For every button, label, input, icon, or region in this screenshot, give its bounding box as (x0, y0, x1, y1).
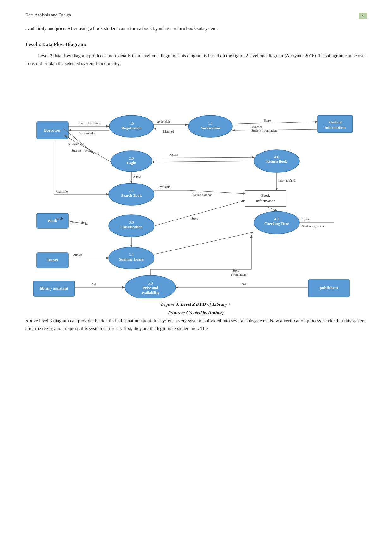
label-student-info: Student information (251, 129, 277, 132)
label-information: information (231, 273, 246, 276)
paragraph-3: Above level 3 diagram can provide the de… (25, 317, 367, 333)
rb-label1: 4.0 (274, 155, 279, 159)
student-info-label: Student (328, 120, 342, 124)
student-info-label2: information (324, 125, 346, 130)
label-classification: Classification (70, 220, 87, 224)
dfd-svg: Borrower Student information 1.0 Registr… (30, 77, 362, 298)
document-title: Data Analysis and Design (25, 13, 71, 18)
arrow-sl-ct (154, 232, 253, 254)
page-header: Data Analysis and Design 5 (25, 13, 367, 19)
label-matched: Matched (163, 130, 174, 133)
pa-label2: Price and (142, 286, 158, 290)
label-success-books: Success—books (71, 149, 92, 152)
arrow-bi-ct (266, 206, 277, 211)
label-1year: 1 year (302, 217, 310, 221)
label-available: Available (56, 190, 68, 193)
book-info-label1: Book (261, 193, 270, 198)
label-available2: Available (158, 185, 171, 189)
label-informa-valid: InformaValid (278, 179, 295, 182)
paragraph-2: Level 2 data flow diagram produces more … (25, 52, 367, 68)
arrow-verif-si (232, 122, 317, 124)
tutors-label: Tutors (46, 257, 58, 262)
ct-label2: Checking Time (264, 221, 289, 226)
reg-label2: Registration (121, 126, 142, 130)
sl-label1: 3.1 (129, 252, 134, 257)
label-set1: Set (92, 282, 96, 286)
arrow-rb-login (152, 161, 254, 162)
figure-caption-1: Figure 3: Level 2 DFD of Library + (25, 302, 367, 307)
label-apply: Apply (56, 217, 63, 220)
login-label2: Login (126, 161, 136, 165)
book-info-label2: Information (256, 198, 275, 203)
label-matched-si: Matched (251, 125, 262, 129)
ct-label1: 4.1 (274, 217, 279, 221)
sl-label2: Summer Loans (119, 257, 143, 262)
pa-label1: 5.0 (148, 281, 153, 286)
label-enroll: Enroll for course (79, 121, 101, 125)
label-allows: Allows (73, 253, 82, 256)
rb-label2: Return Book (266, 159, 287, 164)
label-available-or-not: Available or not (191, 193, 212, 196)
class-label1: 3.0 (129, 220, 134, 225)
arrow-login-rb (152, 157, 254, 158)
class-label2: Classification (120, 225, 142, 229)
sb-label2: Search Book (121, 193, 142, 198)
label-store-bi: Store (191, 217, 198, 220)
paragraph-1: availability and price. After using a bo… (25, 25, 367, 33)
arrow-class-bi (154, 201, 244, 226)
verif-label1: 1.1 (208, 121, 213, 126)
login-label1: 2.0 (129, 156, 134, 160)
dfd-diagram: Borrower Student information 1.0 Registr… (30, 77, 362, 298)
verif-label2: Verification (201, 126, 220, 130)
label-return: Return (169, 153, 178, 156)
label-student-exp: Student experience (302, 224, 326, 228)
label-allow: Allow (133, 175, 141, 178)
sb-label1: 2.1 (129, 189, 134, 193)
section-heading: Level 2 Data Flow Diagram: (25, 42, 367, 47)
publishers-label: publishers (320, 286, 338, 290)
label-store: Store (264, 119, 271, 122)
pa-label3: availability (141, 291, 159, 295)
page-number: 5 (359, 13, 367, 19)
reg-label1: 1.0 (129, 121, 134, 126)
figure-caption-2: (Source: Created by Author) (25, 310, 367, 316)
borrower-label: Borrower (44, 128, 61, 133)
label-credentials: credentials (157, 120, 170, 123)
lib-assistant-label: library assistant (40, 286, 69, 291)
label-set2: Set (242, 282, 246, 286)
label-successfully: Successfully (79, 131, 95, 135)
